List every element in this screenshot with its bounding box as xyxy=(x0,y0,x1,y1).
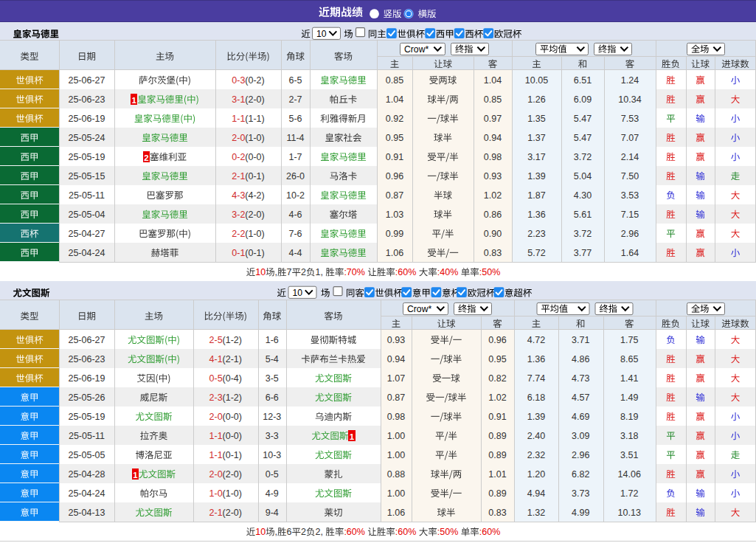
svg-text:(1-1): (1-1) xyxy=(245,114,264,124)
svg-text:25-05-05: 25-05-05 xyxy=(68,450,105,460)
svg-text:1.01: 1.01 xyxy=(488,469,506,480)
svg-text:(0-1): (0-1) xyxy=(223,450,242,460)
svg-text:1.07: 1.07 xyxy=(387,373,405,384)
svg-text:3.09: 3.09 xyxy=(572,431,589,441)
svg-text:0.98: 0.98 xyxy=(387,412,405,422)
svg-text:1.75: 1.75 xyxy=(620,335,638,345)
svg-text:2-2: 2-2 xyxy=(232,229,245,239)
svg-text:0.96: 0.96 xyxy=(386,171,403,181)
svg-text:2-3: 2-3 xyxy=(209,392,223,403)
svg-text:1.64: 1.64 xyxy=(621,248,639,258)
svg-text:0.93: 0.93 xyxy=(387,335,405,345)
svg-text:1.39: 1.39 xyxy=(527,412,545,422)
svg-text:3.77: 3.77 xyxy=(574,248,592,258)
svg-text:3.51: 3.51 xyxy=(620,450,638,460)
svg-text:7.74: 7.74 xyxy=(527,373,545,384)
svg-text::50%: :50% xyxy=(437,527,459,537)
svg-text:4.94: 4.94 xyxy=(527,488,545,499)
svg-text:Crow*: Crow* xyxy=(404,44,429,55)
svg-text:2.32: 2.32 xyxy=(527,450,545,460)
svg-text:1.00: 1.00 xyxy=(387,431,405,441)
svg-text:2-1: 2-1 xyxy=(209,508,223,518)
svg-text:Crow*: Crow* xyxy=(407,304,431,314)
svg-text:0-5: 0-5 xyxy=(209,373,223,384)
svg-text:1-0: 1-0 xyxy=(209,488,223,499)
svg-text:25-06-19: 25-06-19 xyxy=(68,114,105,124)
svg-text:11-4: 11-4 xyxy=(286,133,304,143)
svg-text:7.50: 7.50 xyxy=(621,171,639,181)
svg-text:4.30: 4.30 xyxy=(574,190,592,201)
svg-text:1.06: 1.06 xyxy=(386,248,403,258)
svg-text:25-06-19: 25-06-19 xyxy=(68,373,105,384)
svg-text:3.72: 3.72 xyxy=(574,229,592,239)
svg-text:0.95: 0.95 xyxy=(386,133,403,143)
svg-text:4.57: 4.57 xyxy=(572,392,589,403)
svg-text:26-0: 26-0 xyxy=(286,171,305,181)
svg-text:(0-0): (0-0) xyxy=(245,152,264,162)
svg-text:1.49: 1.49 xyxy=(620,392,638,403)
svg-text:1.04: 1.04 xyxy=(386,94,403,105)
svg-text::40%: :40% xyxy=(437,267,459,277)
svg-text:2.40: 2.40 xyxy=(527,431,545,441)
svg-text:3-2: 3-2 xyxy=(232,210,245,220)
svg-text:2: 2 xyxy=(301,527,306,537)
svg-text:(0-0): (0-0) xyxy=(223,412,242,422)
svg-text:25-06-23: 25-06-23 xyxy=(68,94,105,105)
svg-text:1-1: 1-1 xyxy=(209,450,223,460)
svg-text:5.47: 5.47 xyxy=(574,114,592,124)
svg-text:10.34: 10.34 xyxy=(618,94,641,105)
svg-text:3-1: 3-1 xyxy=(232,94,245,105)
svg-text:10-2: 10-2 xyxy=(286,190,305,201)
svg-text:1.36: 1.36 xyxy=(527,210,545,220)
svg-text:6.09: 6.09 xyxy=(574,94,592,105)
svg-text:4.72: 4.72 xyxy=(527,335,545,345)
svg-text:1.06: 1.06 xyxy=(387,508,405,518)
svg-text:2-7: 2-7 xyxy=(288,94,302,105)
svg-text:(0-1): (0-1) xyxy=(245,171,264,181)
svg-text:0.82: 0.82 xyxy=(488,373,506,384)
svg-text:4.86: 4.86 xyxy=(572,354,589,364)
svg-text:4.69: 4.69 xyxy=(572,412,589,422)
svg-text:2-0: 2-0 xyxy=(209,469,223,480)
svg-text::50%: :50% xyxy=(479,267,501,277)
svg-text:1.32: 1.32 xyxy=(527,508,545,518)
svg-text:14.06: 14.06 xyxy=(618,469,641,480)
svg-text:0.95: 0.95 xyxy=(488,354,506,364)
svg-text:5.04: 5.04 xyxy=(574,171,592,181)
svg-text:1.26: 1.26 xyxy=(527,94,545,105)
svg-text:(1-2): (1-2) xyxy=(223,392,242,403)
svg-text:1.41: 1.41 xyxy=(620,373,638,384)
svg-text:5.72: 5.72 xyxy=(527,248,545,258)
svg-text:0.89: 0.89 xyxy=(488,488,506,499)
svg-text::70%: :70% xyxy=(344,267,365,277)
svg-text:10.13: 10.13 xyxy=(618,508,641,518)
svg-text:0-1: 0-1 xyxy=(232,248,245,258)
svg-text:25-06-23: 25-06-23 xyxy=(68,354,105,364)
svg-text:1.00: 1.00 xyxy=(387,450,405,460)
svg-text:1.35: 1.35 xyxy=(527,114,545,124)
svg-text:(4-2): (4-2) xyxy=(245,190,264,201)
svg-text:1-6: 1-6 xyxy=(266,335,279,345)
svg-text:(2-0): (2-0) xyxy=(223,508,242,518)
svg-text:5-4: 5-4 xyxy=(266,354,279,364)
svg-text:0.83: 0.83 xyxy=(488,508,506,518)
svg-text:4-1: 4-1 xyxy=(209,354,223,364)
svg-text:4.73: 4.73 xyxy=(572,373,589,384)
svg-text:0.89: 0.89 xyxy=(488,450,506,460)
svg-text:2.14: 2.14 xyxy=(621,152,639,162)
svg-text:6: 6 xyxy=(287,527,292,537)
svg-text:25-05-11: 25-05-11 xyxy=(69,431,105,441)
svg-text:25-05-19: 25-05-19 xyxy=(68,412,105,422)
svg-text:0.89: 0.89 xyxy=(488,431,506,441)
svg-text:1-1: 1-1 xyxy=(209,431,223,441)
svg-text:25-05-15: 25-05-15 xyxy=(68,171,105,181)
svg-text:25-05-26: 25-05-26 xyxy=(68,392,105,403)
svg-text:(0-0): (0-0) xyxy=(223,431,242,441)
svg-text:0.96: 0.96 xyxy=(488,335,506,345)
svg-text:4-3: 4-3 xyxy=(232,190,245,201)
svg-text:7-6: 7-6 xyxy=(288,229,302,239)
svg-text:25-05-19: 25-05-19 xyxy=(68,152,105,162)
svg-text:(0-2): (0-2) xyxy=(245,75,264,86)
svg-text:0.87: 0.87 xyxy=(387,392,405,403)
svg-text:0.85: 0.85 xyxy=(386,75,403,86)
